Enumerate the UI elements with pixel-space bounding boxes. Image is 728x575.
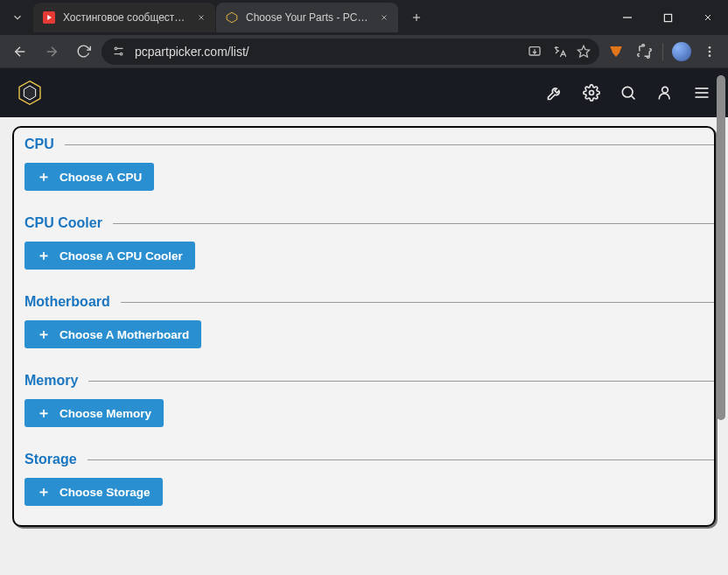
- parts-panel: CPU ＋ Choose A CPU CPU Cooler ＋ Choose A…: [12, 126, 716, 527]
- site-info-icon[interactable]: [110, 44, 126, 60]
- section-title: CPU: [24, 137, 54, 152]
- plus-icon: ＋: [37, 485, 51, 499]
- section-cpu: CPU ＋ Choose A CPU: [14, 137, 714, 215]
- menu-icon[interactable]: [691, 82, 712, 103]
- svg-point-31: [662, 87, 668, 93]
- browser-toolbar: pcpartpicker.com/list/: [0, 35, 728, 68]
- close-window-button[interactable]: [688, 0, 728, 35]
- site-actions: [544, 82, 712, 103]
- section-storage: Storage ＋ Choose Storage: [14, 452, 714, 513]
- choose-cpu-cooler-button[interactable]: ＋ Choose A CPU Cooler: [24, 242, 195, 270]
- user-icon[interactable]: [654, 82, 676, 103]
- plus-icon: ＋: [37, 406, 51, 420]
- svg-marker-21: [578, 46, 589, 57]
- close-icon[interactable]: [377, 11, 391, 25]
- extensions-button[interactable]: [633, 40, 655, 63]
- close-icon[interactable]: [194, 11, 208, 25]
- tools-icon[interactable]: [544, 82, 565, 103]
- divider: [121, 302, 714, 303]
- choose-cpu-button[interactable]: ＋ Choose A CPU: [24, 163, 154, 191]
- tab-label: Хостинговое сообщество «Tim: [63, 11, 187, 24]
- section-motherboard: Motherboard ＋ Choose A Motherboard: [14, 294, 714, 373]
- new-tab-button[interactable]: [404, 5, 429, 30]
- site-header: [0, 68, 728, 117]
- button-label: Choose A CPU: [60, 171, 142, 184]
- page-body: CPU ＋ Choose A CPU CPU Cooler ＋ Choose A…: [0, 117, 728, 575]
- svg-point-17: [120, 53, 122, 55]
- tab-strip: Хостинговое сообщество «Tim Choose Your …: [0, 0, 429, 35]
- tab-active[interactable]: Choose Your Parts - PCPartPicke: [216, 3, 398, 32]
- bookmark-icon[interactable]: [577, 45, 591, 59]
- choose-motherboard-button[interactable]: ＋ Choose A Motherboard: [24, 320, 201, 348]
- button-label: Choose Storage: [60, 486, 150, 499]
- section-title: Motherboard: [24, 294, 110, 310]
- url-text: pcpartpicker.com/list/: [135, 45, 519, 59]
- choose-storage-button[interactable]: ＋ Choose Storage: [24, 478, 163, 506]
- search-icon[interactable]: [618, 82, 639, 103]
- section-memory: Memory ＋ Choose Memory: [14, 373, 714, 452]
- svg-point-15: [115, 47, 117, 50]
- svg-point-25: [709, 54, 711, 57]
- svg-point-23: [709, 46, 711, 49]
- svg-marker-22: [610, 46, 622, 57]
- scrollbar-thumb[interactable]: [717, 75, 725, 420]
- divider: [88, 381, 714, 382]
- button-label: Choose Memory: [60, 407, 151, 420]
- button-label: Choose A Motherboard: [60, 328, 189, 341]
- button-label: Choose A CPU Cooler: [60, 249, 183, 263]
- svg-point-28: [590, 91, 594, 95]
- maximize-button[interactable]: [648, 0, 688, 35]
- forward-button[interactable]: [38, 39, 65, 65]
- favicon-icon: [225, 11, 239, 25]
- browser-titlebar: Хостинговое сообщество «Tim Choose Your …: [0, 0, 728, 35]
- tab-label: Choose Your Parts - PCPartPicke: [246, 11, 370, 24]
- section-cpu-cooler: CPU Cooler ＋ Choose A CPU Cooler: [14, 215, 714, 294]
- extension-metamask[interactable]: [605, 40, 627, 63]
- tab-search-button[interactable]: [5, 5, 30, 30]
- svg-rect-10: [664, 14, 671, 21]
- section-title: Storage: [24, 452, 77, 467]
- svg-marker-4: [227, 12, 237, 23]
- divider: [88, 459, 714, 460]
- minimize-button[interactable]: [607, 0, 648, 35]
- plus-icon: ＋: [37, 170, 51, 184]
- divider: [662, 43, 663, 60]
- svg-point-29: [622, 87, 633, 97]
- svg-point-24: [709, 50, 711, 53]
- avatar: [672, 42, 691, 61]
- tab-inactive[interactable]: Хостинговое сообщество «Tim: [33, 3, 215, 32]
- extension-area: [605, 40, 721, 63]
- site-logo[interactable]: [16, 79, 44, 107]
- page-viewport: CPU ＋ Choose A CPU CPU Cooler ＋ Choose A…: [0, 68, 728, 575]
- install-icon[interactable]: [528, 45, 542, 59]
- browser-menu-button[interactable]: [698, 40, 721, 63]
- plus-icon: ＋: [37, 249, 51, 263]
- section-title: Memory: [24, 373, 78, 389]
- svg-marker-27: [24, 86, 35, 100]
- choose-memory-button[interactable]: ＋ Choose Memory: [24, 399, 164, 427]
- section-title: CPU Cooler: [24, 215, 102, 231]
- scrollbar[interactable]: [716, 75, 726, 568]
- profile-button[interactable]: [670, 40, 693, 63]
- favicon-icon: [42, 11, 56, 25]
- plus-icon: ＋: [37, 327, 51, 341]
- reload-button[interactable]: [70, 39, 96, 65]
- back-button[interactable]: [7, 39, 33, 65]
- settings-icon[interactable]: [581, 82, 602, 103]
- svg-line-30: [632, 96, 635, 100]
- divider: [113, 223, 714, 224]
- divider: [65, 144, 714, 145]
- window-controls: [607, 0, 728, 35]
- translate-icon[interactable]: [552, 45, 566, 59]
- address-bar[interactable]: pcpartpicker.com/list/: [102, 39, 599, 65]
